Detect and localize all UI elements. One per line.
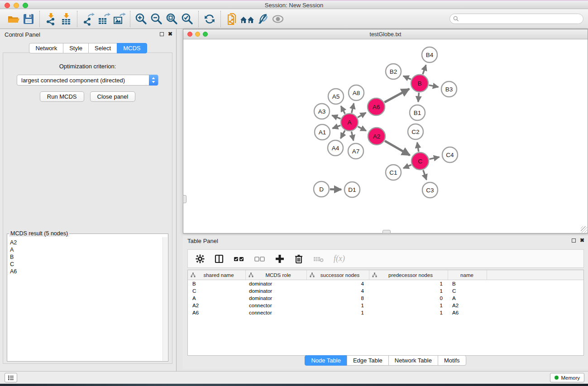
tab-edge-table[interactable]: Edge Table bbox=[347, 355, 389, 366]
table-settings-icon[interactable] bbox=[195, 254, 205, 264]
column-header-successor-nodes[interactable]: successor nodes bbox=[307, 270, 369, 280]
graph-node-A8[interactable]: A8 bbox=[349, 85, 364, 100]
show-columns-icon[interactable] bbox=[214, 254, 224, 264]
criterion-dropdown[interactable]: largest connected component (directed) bbox=[17, 75, 158, 86]
graph-node-A3[interactable]: A3 bbox=[314, 104, 330, 119]
result-item[interactable]: A6 bbox=[10, 268, 162, 275]
graph-edge-A2-C[interactable] bbox=[385, 141, 410, 155]
resize-grip-icon[interactable] bbox=[581, 226, 587, 233]
export-network-icon[interactable] bbox=[81, 11, 96, 27]
graph-edge-B-B4[interactable] bbox=[423, 65, 426, 75]
tab-network[interactable]: Network bbox=[29, 43, 63, 53]
zoom-out-icon[interactable] bbox=[149, 11, 164, 27]
deselect-all-icon[interactable] bbox=[254, 254, 266, 264]
graph-node-C4[interactable]: C4 bbox=[442, 147, 458, 162]
clear-table-icon[interactable] bbox=[313, 254, 325, 264]
graph-edge-A-A4[interactable] bbox=[340, 130, 345, 138]
result-item[interactable]: A bbox=[10, 246, 162, 253]
graph-node-B4[interactable]: B4 bbox=[422, 47, 437, 62]
tab-style[interactable]: Style bbox=[63, 43, 89, 53]
float-panel-icon[interactable] bbox=[160, 32, 164, 36]
graph-edge-A-A2[interactable] bbox=[358, 127, 366, 131]
graph-node-A6[interactable]: A6 bbox=[368, 98, 385, 115]
graph-node-A2[interactable]: A2 bbox=[368, 128, 385, 145]
graph-node-C3[interactable]: C3 bbox=[422, 182, 438, 198]
function-builder-icon[interactable]: f(x) bbox=[334, 254, 345, 263]
graph-node-D1[interactable]: D1 bbox=[344, 182, 360, 197]
table-row[interactable]: Cdominator41C bbox=[188, 287, 583, 295]
table-row[interactable]: Adominator80A bbox=[188, 295, 583, 302]
graph-node-A1[interactable]: A1 bbox=[315, 124, 330, 140]
graph-edge-B-B2[interactable] bbox=[403, 76, 411, 80]
graph-edge-C-C4[interactable] bbox=[430, 157, 440, 159]
search-input[interactable] bbox=[461, 16, 583, 22]
graph-edge-C-C2[interactable] bbox=[417, 143, 419, 152]
graph-node-D[interactable]: D bbox=[314, 181, 329, 197]
refresh-icon[interactable] bbox=[202, 11, 217, 27]
tab-network-table[interactable]: Network Table bbox=[388, 355, 438, 366]
open-session-icon[interactable] bbox=[5, 11, 21, 27]
network-window-titlebar[interactable]: testGlobe.txt bbox=[183, 29, 588, 39]
home-icon[interactable] bbox=[239, 11, 255, 27]
tab-node-table[interactable]: Node Table bbox=[305, 355, 347, 366]
table-row[interactable]: Bdominator41B bbox=[188, 280, 583, 287]
graph-node-A5[interactable]: A5 bbox=[328, 89, 344, 104]
style-visibility-icon[interactable] bbox=[255, 11, 270, 27]
graph-edge-B-B3[interactable] bbox=[429, 85, 439, 87]
result-scrollbar[interactable] bbox=[163, 237, 167, 361]
graph-node-C2[interactable]: C2 bbox=[408, 124, 423, 139]
left-grip-icon[interactable] bbox=[183, 195, 186, 203]
graph-edge-A-A8[interactable] bbox=[352, 103, 354, 113]
graph-edge-A-A1[interactable] bbox=[333, 125, 341, 129]
float-table-panel-icon[interactable] bbox=[572, 238, 576, 243]
memory-button[interactable]: Memory bbox=[550, 373, 584, 382]
close-table-panel-icon[interactable]: ✖ bbox=[580, 238, 584, 243]
show-hide-icon[interactable] bbox=[270, 11, 286, 27]
graph-node-A4[interactable]: A4 bbox=[328, 140, 343, 156]
graph-node-C1[interactable]: C1 bbox=[386, 165, 401, 180]
zoom-in-icon[interactable] bbox=[134, 11, 149, 27]
graph-node-C[interactable]: C bbox=[411, 152, 429, 170]
delete-row-icon[interactable] bbox=[294, 254, 304, 264]
graph-node-B[interactable]: B bbox=[411, 75, 428, 92]
table-row[interactable]: A6connector11A6 bbox=[188, 309, 583, 316]
column-header-mcds-role[interactable]: MCDS role bbox=[246, 270, 307, 280]
export-image-icon[interactable] bbox=[111, 11, 127, 27]
graph-edge-C-C1[interactable] bbox=[403, 165, 411, 168]
task-history-button[interactable] bbox=[5, 373, 17, 382]
add-row-icon[interactable] bbox=[275, 254, 285, 264]
save-session-icon[interactable] bbox=[21, 11, 36, 27]
column-header-shared-name[interactable]: shared name bbox=[188, 270, 246, 280]
zoom-fit-icon[interactable] bbox=[164, 11, 180, 27]
tab-select[interactable]: Select bbox=[88, 43, 117, 53]
network-canvas[interactable]: B4B2BB3B1A5A8A6A3AA1A2C2A4A7CC4C1C3DD1 bbox=[183, 39, 588, 233]
graph-edge-A-A6[interactable] bbox=[358, 113, 366, 118]
result-item[interactable]: C bbox=[10, 261, 162, 268]
bottom-grip-icon[interactable] bbox=[382, 230, 391, 234]
graph-node-A7[interactable]: A7 bbox=[348, 143, 363, 159]
result-item[interactable]: A2 bbox=[10, 239, 162, 246]
run-mcds-button[interactable]: Run MCDS bbox=[40, 91, 84, 102]
result-item[interactable]: B bbox=[10, 253, 162, 261]
graph-node-B2[interactable]: B2 bbox=[386, 64, 401, 79]
graph-edge-A6-B[interactable] bbox=[384, 89, 409, 102]
export-table-icon[interactable] bbox=[96, 11, 111, 27]
zoom-selected-icon[interactable] bbox=[180, 11, 195, 27]
select-all-icon[interactable] bbox=[233, 254, 245, 264]
graph-edge-A-A7[interactable] bbox=[351, 132, 353, 141]
graph-edge-C-C3[interactable] bbox=[423, 170, 426, 180]
graph-node-B3[interactable]: B3 bbox=[441, 81, 457, 97]
close-panel-button[interactable]: Close panel bbox=[90, 91, 136, 102]
search-field[interactable] bbox=[449, 14, 583, 24]
import-table-icon[interactable] bbox=[58, 11, 74, 27]
column-header-name[interactable]: name bbox=[448, 270, 487, 280]
tab-motifs[interactable]: Motifs bbox=[438, 355, 466, 366]
graph-node-A[interactable]: A bbox=[341, 114, 358, 131]
close-panel-icon[interactable]: ✖ bbox=[168, 32, 172, 36]
graph-edge-A-A3[interactable] bbox=[332, 115, 340, 119]
network-from-selection-icon[interactable] bbox=[224, 11, 239, 27]
column-header-predecessor-nodes[interactable]: predecessor nodes bbox=[369, 270, 448, 280]
graph-edge-B-B1[interactable] bbox=[418, 93, 419, 102]
tab-mcds[interactable]: MCDS bbox=[117, 43, 147, 53]
table-row[interactable]: A2connector11A2 bbox=[188, 302, 583, 309]
